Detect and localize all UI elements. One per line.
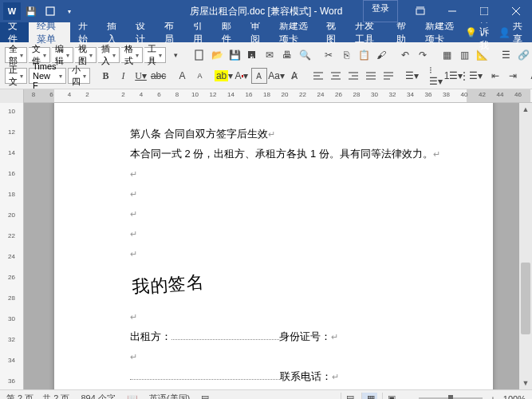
paste-button[interactable]: 📋 bbox=[356, 47, 372, 63]
web-layout-button[interactable]: ▣ bbox=[382, 393, 398, 400]
scroll-down-icon[interactable]: ▼ bbox=[519, 377, 532, 389]
tab-devtools[interactable]: 开发工具 bbox=[347, 22, 388, 42]
title-bar: W 💾 ▾ 房屋出租合同.doc [兼容模式] - Word 登录 bbox=[0, 0, 532, 22]
bullets-button[interactable]: ⁝☰▾ bbox=[428, 68, 444, 84]
lightbulb-icon: 💡 bbox=[465, 27, 477, 38]
id-label: 身份证号： bbox=[279, 327, 331, 346]
scroll-thumb[interactable] bbox=[521, 263, 530, 334]
close-button[interactable] bbox=[500, 0, 532, 22]
print-layout-button[interactable]: ▦ bbox=[361, 393, 377, 400]
preview-button[interactable]: 🔍 bbox=[297, 47, 313, 63]
save-button[interactable]: 💾 bbox=[22, 2, 40, 20]
underline-button[interactable]: U▾ bbox=[133, 68, 149, 84]
tab-file[interactable]: 文件 bbox=[0, 22, 29, 42]
maximize-button[interactable] bbox=[468, 0, 500, 22]
hyperlink-button[interactable]: 🔗 bbox=[515, 47, 531, 63]
toggle-button[interactable] bbox=[41, 2, 59, 20]
spell-check-icon[interactable]: 📖 bbox=[127, 393, 138, 399]
word-count[interactable]: 894 个字 bbox=[81, 393, 115, 399]
font-color-button[interactable]: A▾ bbox=[234, 68, 250, 84]
multilevel-button[interactable]: ⋮☰▾ bbox=[463, 68, 479, 84]
share-button[interactable]: 👤共享 bbox=[499, 19, 522, 46]
login-button[interactable]: 登录 bbox=[363, 0, 398, 22]
tab-view[interactable]: 视图 bbox=[318, 22, 347, 42]
minimize-button[interactable] bbox=[436, 0, 468, 22]
print-button[interactable]: 🖶 bbox=[279, 47, 295, 63]
menu-format[interactable]: 格式▾ bbox=[121, 47, 143, 63]
char-shading-button[interactable]: A bbox=[251, 68, 267, 84]
shrink-font-button[interactable]: A bbox=[192, 68, 208, 84]
phone-label: 联系电话： bbox=[280, 367, 332, 386]
menu-file[interactable]: 文件▾ bbox=[29, 47, 50, 63]
format-painter-button[interactable]: 🖌 bbox=[373, 47, 389, 63]
tab-newtab2[interactable]: 新建选项卡 bbox=[417, 22, 465, 42]
strike-button[interactable]: abc bbox=[151, 68, 167, 84]
align-right-button[interactable] bbox=[345, 68, 361, 84]
menu-insert[interactable]: 插入▾ bbox=[98, 47, 120, 63]
toolbar-expand[interactable]: ▾ bbox=[167, 47, 183, 63]
save-button-tb[interactable]: 💾 bbox=[227, 47, 242, 63]
grow-font-button[interactable]: A bbox=[175, 68, 191, 84]
zoom-out-button[interactable]: − bbox=[403, 394, 414, 400]
dec-indent-button[interactable]: ⇤ bbox=[487, 68, 503, 84]
menu-view[interactable]: 视图▾ bbox=[75, 47, 97, 63]
inc-indent-button[interactable]: ⇥ bbox=[505, 68, 521, 84]
email-button[interactable]: ✉ bbox=[262, 47, 278, 63]
macro-indicator[interactable]: ▤ bbox=[201, 393, 209, 399]
align-dist-button[interactable] bbox=[380, 68, 396, 84]
vertical-scrollbar[interactable]: ▲ ▼ bbox=[519, 103, 532, 389]
font-combo[interactable]: Times New F▾ bbox=[29, 68, 66, 84]
ruler-button[interactable]: 📐 bbox=[474, 47, 490, 63]
open-button[interactable]: 📂 bbox=[209, 47, 225, 63]
new-button[interactable] bbox=[191, 47, 207, 63]
vertical-ruler[interactable]: 1012141618202224262830323436 bbox=[0, 103, 24, 389]
tab-design[interactable]: 设计 bbox=[128, 22, 156, 42]
size-combo[interactable]: 小四▾ bbox=[68, 68, 90, 84]
tab-classic-menu[interactable]: 经典菜单 bbox=[29, 22, 70, 42]
page-indicator[interactable]: 第 2 页，共 2 页 bbox=[6, 393, 69, 399]
tab-references[interactable]: 引用 bbox=[185, 22, 214, 42]
document-page[interactable]: 第八条 合同自双方签字后生效↵ 本合同一式 2 份，出租方、承租方各执 1 份。… bbox=[54, 103, 493, 389]
tab-help[interactable]: 帮助 bbox=[388, 22, 417, 42]
menu-edit[interactable]: 编辑▾ bbox=[52, 47, 73, 63]
lessor-label: 出租方： bbox=[130, 327, 171, 346]
tab-mail[interactable]: 邮件 bbox=[214, 22, 242, 42]
outline-button[interactable]: ☰ bbox=[498, 47, 514, 63]
undo-button[interactable]: ↶ bbox=[397, 47, 413, 63]
align-left-button[interactable] bbox=[310, 68, 326, 84]
cut-button[interactable]: ✂ bbox=[321, 47, 337, 63]
tab-newtab1[interactable]: 新建选项卡 bbox=[271, 22, 319, 42]
columns-button[interactable]: ▥ bbox=[456, 47, 472, 63]
line-spacing-button[interactable]: ☰▾ bbox=[404, 68, 420, 84]
clear-format-button[interactable]: A̷ bbox=[286, 68, 302, 84]
table-button[interactable]: ▦ bbox=[439, 47, 455, 63]
tab-review[interactable]: 审阅 bbox=[242, 22, 271, 42]
align-center-button[interactable] bbox=[328, 68, 344, 84]
scroll-up-icon[interactable]: ▲ bbox=[519, 103, 532, 116]
qat-dropdown[interactable]: ▾ bbox=[61, 2, 78, 20]
align-justify-button[interactable] bbox=[363, 68, 379, 84]
horizontal-ruler[interactable]: 8642246810121416182022242628303234363840… bbox=[0, 89, 532, 103]
classic-toolbar: 全部▾ 文件▾ 编辑▾ 视图▾ 插入▾ 格式▾ 工具▾ ▾ 📂 💾 🖪 ✉ 🖶 … bbox=[0, 42, 532, 89]
tab-insert[interactable]: 插入 bbox=[99, 22, 128, 42]
copy-button[interactable]: ⎘ bbox=[338, 47, 354, 63]
ribbon-options-button[interactable] bbox=[404, 0, 436, 22]
tab-home[interactable]: 开始 bbox=[70, 22, 99, 42]
zoom-level[interactable]: 100% bbox=[503, 394, 526, 400]
status-bar: 第 2 页，共 2 页 894 个字 📖 英语(美国) ▤ ▤ ▦ ▣ − + … bbox=[0, 389, 532, 399]
sort-button[interactable]: A↓ bbox=[529, 68, 532, 84]
menu-tools[interactable]: 工具▾ bbox=[144, 47, 166, 63]
italic-button[interactable]: I bbox=[116, 68, 132, 84]
document-area: L 86422468101214161820222426283032343638… bbox=[0, 89, 532, 389]
phonetic-button[interactable]: Aa▾ bbox=[269, 68, 285, 84]
redo-button[interactable]: ↷ bbox=[415, 47, 431, 63]
zoom-in-button[interactable]: + bbox=[487, 394, 499, 400]
highlight-button[interactable]: ab▾ bbox=[216, 68, 232, 84]
bold-button[interactable]: B bbox=[98, 68, 114, 84]
saveas-button[interactable]: 🖪 bbox=[244, 47, 260, 63]
language-indicator[interactable]: 英语(美国) bbox=[149, 393, 190, 399]
menu-all[interactable]: 全部▾ bbox=[5, 47, 27, 63]
style-combo[interactable]: 正文▾ bbox=[5, 68, 27, 84]
read-mode-button[interactable]: ▤ bbox=[341, 393, 357, 400]
tab-layout[interactable]: 布局 bbox=[156, 22, 185, 42]
